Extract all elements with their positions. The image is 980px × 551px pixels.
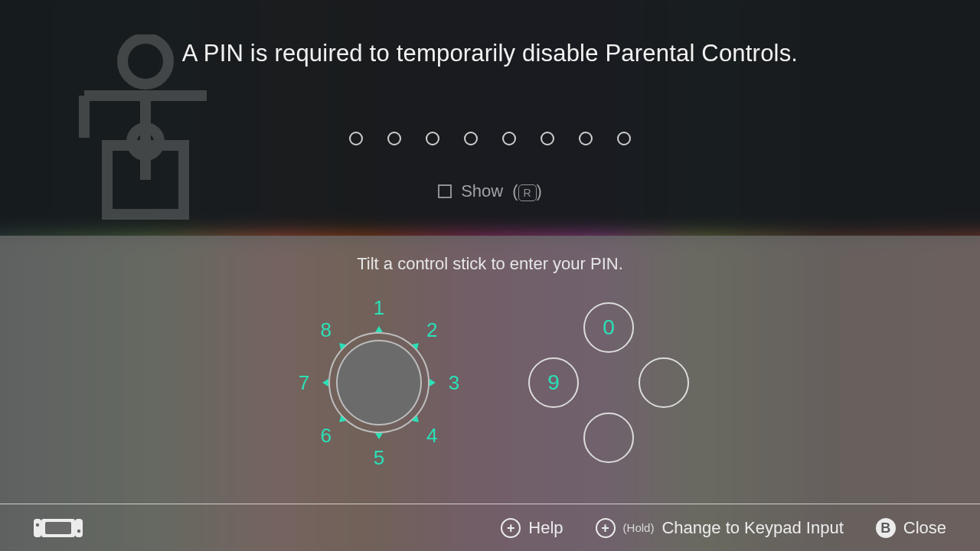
pin-dot — [579, 132, 593, 145]
close-label: Close — [903, 518, 946, 538]
dpad-up-button[interactable]: 0 — [583, 302, 634, 353]
dial-number-2: 2 — [420, 318, 443, 342]
stick-center-icon — [336, 340, 422, 425]
dial-number-6: 6 — [315, 424, 338, 448]
svg-point-6 — [77, 529, 80, 532]
dial-number-7: 7 — [292, 371, 315, 395]
footer-bar: + Help + (Hold) Change to Keypad Input B… — [0, 504, 980, 551]
svg-rect-4 — [75, 519, 83, 537]
instruction-text: Tilt a control stick to enter your PIN. — [0, 254, 980, 274]
dpad-left-button[interactable]: 9 — [528, 357, 579, 408]
pin-dot — [617, 132, 631, 145]
dial-number-3: 3 — [443, 371, 466, 395]
close-hint[interactable]: B Close — [876, 518, 946, 538]
pin-input-dots — [0, 132, 980, 145]
dial-number-4: 4 — [420, 424, 443, 448]
plus-icon: + — [596, 518, 616, 538]
b-button-icon: B — [876, 518, 896, 538]
hold-label: (Hold) — [623, 521, 655, 534]
change-input-label: Change to Keypad Input — [662, 518, 843, 538]
plus-icon: + — [501, 518, 521, 538]
help-label: Help — [528, 518, 563, 538]
pin-dot — [464, 132, 478, 145]
dpad-right-button[interactable] — [639, 357, 689, 408]
pin-dot — [349, 132, 363, 145]
dpad-down-button[interactable] — [583, 412, 634, 463]
controller-icon — [34, 517, 83, 539]
page-title: A PIN is required to temporarily disable… — [0, 40, 980, 67]
change-input-hint[interactable]: + (Hold) Change to Keypad Input — [596, 518, 844, 538]
svg-rect-7 — [45, 522, 71, 534]
svg-point-5 — [36, 523, 39, 526]
dpad-buttons: 0 9 — [528, 302, 689, 463]
svg-rect-3 — [34, 519, 41, 537]
help-hint[interactable]: + Help — [501, 518, 563, 538]
pin-dot — [387, 132, 401, 145]
r-button-badge: (R) — [512, 181, 542, 201]
pin-dot — [541, 132, 554, 145]
pin-dot — [426, 132, 439, 145]
show-pin-toggle[interactable]: Show (R) — [0, 181, 980, 201]
dial-number-8: 8 — [315, 318, 338, 342]
dial-number-1: 1 — [368, 296, 390, 320]
pin-dot — [502, 132, 516, 145]
checkbox-icon — [438, 184, 452, 198]
show-pin-label: Show — [461, 181, 503, 201]
dial-number-5: 5 — [368, 446, 390, 470]
stick-dial[interactable]: 12345678 — [302, 306, 456, 459]
